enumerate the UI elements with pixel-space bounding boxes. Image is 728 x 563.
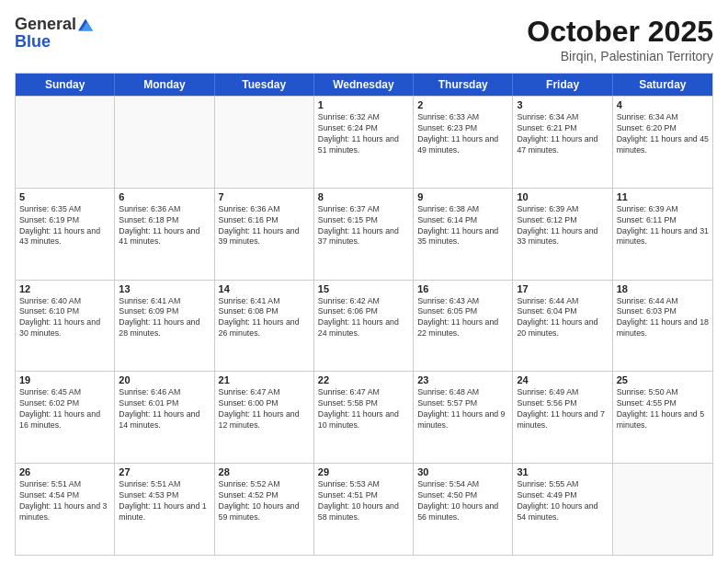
cell-info: Sunrise: 5:52 AMSunset: 4:52 PMDaylight:…	[219, 479, 310, 523]
day-number: 23	[417, 374, 508, 385]
cell-info: Sunrise: 6:37 AMSunset: 6:15 PMDaylight:…	[318, 204, 409, 248]
cal-cell: 14Sunrise: 6:41 AMSunset: 6:08 PMDayligh…	[215, 281, 314, 372]
cell-info: Sunrise: 6:47 AMSunset: 6:00 PMDaylight:…	[219, 387, 310, 431]
day-number: 26	[19, 466, 110, 477]
cell-info: Sunrise: 6:36 AMSunset: 6:18 PMDaylight:…	[119, 204, 210, 248]
day-number: 1	[318, 99, 409, 110]
cell-info: Sunrise: 6:35 AMSunset: 6:19 PMDaylight:…	[19, 204, 110, 248]
cell-info: Sunrise: 6:33 AMSunset: 6:23 PMDaylight:…	[417, 112, 508, 156]
cell-info: Sunrise: 6:44 AMSunset: 6:04 PMDaylight:…	[517, 296, 608, 340]
cell-info: Sunrise: 6:46 AMSunset: 6:01 PMDaylight:…	[119, 387, 210, 431]
day-number: 2	[417, 99, 508, 110]
cal-cell: 3Sunrise: 6:34 AMSunset: 6:21 PMDaylight…	[513, 97, 612, 188]
cell-info: Sunrise: 5:54 AMSunset: 4:50 PMDaylight:…	[417, 479, 508, 523]
cal-cell: 31Sunrise: 5:55 AMSunset: 4:49 PMDayligh…	[513, 464, 612, 555]
title-location: Birqin, Palestinian Territory	[527, 49, 713, 63]
cal-cell	[215, 97, 314, 188]
cal-cell: 30Sunrise: 5:54 AMSunset: 4:50 PMDayligh…	[414, 464, 513, 555]
cell-info: Sunrise: 5:55 AMSunset: 4:49 PMDaylight:…	[517, 479, 608, 523]
cell-info: Sunrise: 6:43 AMSunset: 6:05 PMDaylight:…	[417, 296, 508, 340]
cal-row-3: 19Sunrise: 6:45 AMSunset: 6:02 PMDayligh…	[16, 371, 712, 463]
cal-cell: 13Sunrise: 6:41 AMSunset: 6:09 PMDayligh…	[115, 281, 214, 372]
cal-cell: 1Sunrise: 6:32 AMSunset: 6:24 PMDaylight…	[314, 97, 414, 188]
cal-cell: 19Sunrise: 6:45 AMSunset: 6:02 PMDayligh…	[16, 372, 115, 463]
cal-row-1: 5Sunrise: 6:35 AMSunset: 6:19 PMDaylight…	[16, 188, 712, 280]
cal-cell: 25Sunrise: 5:50 AMSunset: 4:55 PMDayligh…	[613, 372, 712, 463]
cal-row-0: 1Sunrise: 6:32 AMSunset: 6:24 PMDaylight…	[16, 96, 712, 188]
day-number: 25	[617, 374, 709, 385]
day-number: 3	[517, 99, 608, 110]
day-number: 10	[517, 191, 608, 202]
cal-cell: 22Sunrise: 6:47 AMSunset: 5:58 PMDayligh…	[314, 372, 414, 463]
cal-cell	[16, 97, 115, 188]
cal-cell: 4Sunrise: 6:34 AMSunset: 6:20 PMDaylight…	[613, 97, 712, 188]
cell-info: Sunrise: 6:32 AMSunset: 6:24 PMDaylight:…	[318, 112, 409, 156]
logo: General Blue	[15, 15, 93, 52]
weekday-thursday: Thursday	[414, 74, 513, 96]
cal-cell: 7Sunrise: 6:36 AMSunset: 6:16 PMDaylight…	[215, 189, 314, 280]
day-number: 9	[417, 191, 508, 202]
cell-info: Sunrise: 6:39 AMSunset: 6:12 PMDaylight:…	[517, 204, 608, 248]
logo-icon	[78, 17, 93, 32]
day-number: 6	[119, 191, 210, 202]
cal-cell: 16Sunrise: 6:43 AMSunset: 6:05 PMDayligh…	[414, 281, 513, 372]
cal-cell: 29Sunrise: 5:53 AMSunset: 4:51 PMDayligh…	[314, 464, 414, 555]
cal-cell: 17Sunrise: 6:44 AMSunset: 6:04 PMDayligh…	[513, 281, 612, 372]
cal-cell: 18Sunrise: 6:44 AMSunset: 6:03 PMDayligh…	[613, 281, 712, 372]
weekday-tuesday: Tuesday	[215, 74, 314, 96]
cal-cell: 23Sunrise: 6:48 AMSunset: 5:57 PMDayligh…	[414, 372, 513, 463]
day-number: 11	[617, 191, 709, 202]
cal-cell: 12Sunrise: 6:40 AMSunset: 6:10 PMDayligh…	[16, 281, 115, 372]
cal-cell: 5Sunrise: 6:35 AMSunset: 6:19 PMDaylight…	[16, 189, 115, 280]
day-number: 22	[318, 374, 409, 385]
cell-info: Sunrise: 6:38 AMSunset: 6:14 PMDaylight:…	[417, 204, 508, 248]
cal-cell: 24Sunrise: 6:49 AMSunset: 5:56 PMDayligh…	[513, 372, 612, 463]
day-number: 29	[318, 466, 409, 477]
cell-info: Sunrise: 6:49 AMSunset: 5:56 PMDaylight:…	[517, 387, 608, 431]
day-number: 31	[517, 466, 608, 477]
day-number: 12	[19, 283, 110, 294]
day-number: 7	[219, 191, 310, 202]
weekday-sunday: Sunday	[16, 74, 115, 96]
cell-info: Sunrise: 6:41 AMSunset: 6:08 PMDaylight:…	[219, 296, 310, 340]
logo-general: General	[15, 15, 76, 34]
header: General Blue October 2025 Birqin, Palest…	[15, 15, 713, 63]
calendar: Sunday Monday Tuesday Wednesday Thursday…	[15, 73, 713, 556]
cal-cell: 28Sunrise: 5:52 AMSunset: 4:52 PMDayligh…	[215, 464, 314, 555]
weekday-monday: Monday	[115, 74, 214, 96]
cal-cell: 6Sunrise: 6:36 AMSunset: 6:18 PMDaylight…	[115, 189, 214, 280]
cal-row-2: 12Sunrise: 6:40 AMSunset: 6:10 PMDayligh…	[16, 280, 712, 372]
logo-text: General	[15, 15, 93, 34]
cell-info: Sunrise: 6:48 AMSunset: 5:57 PMDaylight:…	[417, 387, 508, 431]
title-month: October 2025	[527, 15, 713, 49]
cell-info: Sunrise: 6:39 AMSunset: 6:11 PMDaylight:…	[617, 204, 709, 248]
cell-info: Sunrise: 6:42 AMSunset: 6:06 PMDaylight:…	[318, 296, 409, 340]
cell-info: Sunrise: 6:34 AMSunset: 6:20 PMDaylight:…	[617, 112, 709, 156]
cal-row-4: 26Sunrise: 5:51 AMSunset: 4:54 PMDayligh…	[16, 463, 712, 555]
cell-info: Sunrise: 6:41 AMSunset: 6:09 PMDaylight:…	[119, 296, 210, 340]
weekday-wednesday: Wednesday	[314, 74, 414, 96]
cell-info: Sunrise: 6:34 AMSunset: 6:21 PMDaylight:…	[517, 112, 608, 156]
calendar-body: 1Sunrise: 6:32 AMSunset: 6:24 PMDaylight…	[16, 96, 712, 555]
day-number: 30	[417, 466, 508, 477]
day-number: 8	[318, 191, 409, 202]
cal-cell: 27Sunrise: 5:51 AMSunset: 4:53 PMDayligh…	[115, 464, 214, 555]
cal-cell: 9Sunrise: 6:38 AMSunset: 6:14 PMDaylight…	[414, 189, 513, 280]
title-block: October 2025 Birqin, Palestinian Territo…	[527, 15, 713, 63]
day-number: 16	[417, 283, 508, 294]
cal-cell: 15Sunrise: 6:42 AMSunset: 6:06 PMDayligh…	[314, 281, 414, 372]
cal-cell	[613, 464, 712, 555]
day-number: 4	[617, 99, 709, 110]
cal-cell: 2Sunrise: 6:33 AMSunset: 6:23 PMDaylight…	[414, 97, 513, 188]
page: General Blue October 2025 Birqin, Palest…	[0, 0, 728, 563]
cell-info: Sunrise: 6:44 AMSunset: 6:03 PMDaylight:…	[617, 296, 709, 340]
logo-blue: Blue	[15, 32, 51, 51]
day-number: 5	[19, 191, 110, 202]
weekday-saturday: Saturday	[613, 74, 712, 96]
cal-cell: 8Sunrise: 6:37 AMSunset: 6:15 PMDaylight…	[314, 189, 414, 280]
cell-info: Sunrise: 5:50 AMSunset: 4:55 PMDaylight:…	[617, 387, 709, 431]
calendar-header: Sunday Monday Tuesday Wednesday Thursday…	[16, 74, 712, 96]
cell-info: Sunrise: 6:47 AMSunset: 5:58 PMDaylight:…	[318, 387, 409, 431]
day-number: 24	[517, 374, 608, 385]
cal-cell: 11Sunrise: 6:39 AMSunset: 6:11 PMDayligh…	[613, 189, 712, 280]
